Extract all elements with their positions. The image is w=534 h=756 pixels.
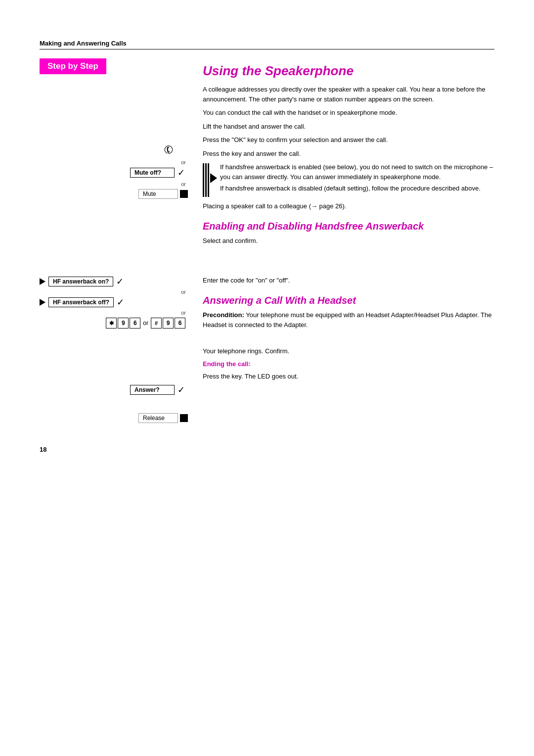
mute-black-square	[180, 190, 188, 198]
right-column: Using the Speakerphone A colleague addre…	[198, 58, 494, 426]
precondition-label: Precondition:	[203, 311, 244, 319]
note-lines-icon	[203, 163, 217, 197]
mute-row: Mute	[40, 189, 188, 199]
section-header: Making and Answering Calls	[40, 40, 494, 49]
handset-icon: ✆	[162, 142, 176, 158]
mute-checkmark: ✓	[178, 167, 185, 178]
spacer-ending	[40, 398, 188, 413]
spacer-note	[40, 202, 188, 261]
hf-off-key[interactable]: HF answerback off?	[48, 297, 114, 307]
step-by-step-badge: Step by Step	[40, 58, 106, 74]
speakerphone-intro2: You can conduct the call with the handse…	[203, 108, 494, 118]
arrow-icon-hf-off	[40, 299, 45, 306]
handsfree-step1: Select and confirm.	[203, 236, 494, 246]
six1-key[interactable]: 6	[130, 318, 140, 329]
note-text1: If handsfree answerback is enabled (see …	[220, 162, 494, 182]
ending-label: Ending the call:	[203, 360, 494, 368]
answer-checkmark: ✓	[178, 384, 185, 395]
headset-precondition: Precondition: Your telephone must be equ…	[203, 310, 494, 330]
hf-off-checkmark: ✓	[117, 297, 124, 308]
spacer-code	[203, 250, 494, 276]
spacer-answer	[203, 333, 494, 346]
speakerphone-intro1: A colleague addresses you directly over …	[203, 85, 494, 104]
speakerphone-step2: Press the "OK" key to confirm your selec…	[203, 135, 494, 145]
note-text2: If handsfree answerback is disabled (def…	[220, 184, 494, 193]
hf-off-row: HF answerback off? ✓	[40, 297, 188, 308]
spacer-title	[40, 74, 188, 143]
mute-key[interactable]: Mute	[138, 189, 178, 199]
release-row: Release	[40, 413, 188, 423]
spacer-hf-title	[40, 261, 188, 276]
hash-key[interactable]: #	[151, 318, 162, 329]
release-key[interactable]: Release	[138, 413, 178, 423]
speakerphone-title: Using the Speakerphone	[203, 63, 494, 79]
speakerphone-note3: Placing a speaker call to a colleague (→…	[203, 201, 494, 211]
answer-row: Answer? ✓	[40, 384, 188, 395]
step-by-step-label: Step by Step	[47, 61, 98, 71]
hf-on-checkmark: ✓	[116, 276, 124, 287]
or-text-3: or	[40, 289, 188, 295]
release-black-square	[180, 414, 188, 422]
note-box: If handsfree answerback is enabled (see …	[203, 162, 494, 197]
note-arrow	[210, 173, 217, 183]
precondition-text: Your telephone must be equipped with an …	[203, 311, 491, 329]
nine1-key[interactable]: 9	[118, 318, 129, 329]
ending-step: Press the key. The LED goes out.	[203, 372, 494, 381]
or-text-4: or	[40, 310, 188, 316]
code-label: Enter the code for "on" or "off".	[203, 276, 494, 285]
or-code: or	[143, 320, 148, 327]
hf-on-row: HF answerback on? ✓	[40, 276, 188, 287]
nine2-key[interactable]: 9	[163, 318, 174, 329]
page: Making and Answering Calls Step by Step …	[0, 0, 534, 483]
or-text-2: or	[40, 181, 188, 187]
spacer-precondition	[40, 360, 188, 384]
main-layout: Step by Step ✆ or Mute off? ✓ or Mute	[40, 58, 494, 426]
star-key[interactable]: ✱	[106, 318, 117, 329]
spacer-headset-title	[40, 332, 188, 360]
answer-step: Your telephone rings. Confirm.	[203, 346, 494, 356]
section-header-text: Making and Answering Calls	[40, 40, 127, 47]
headset-title: Answering a Call With a Headset	[203, 295, 494, 306]
note-text-container: If handsfree answerback is enabled (see …	[220, 162, 494, 197]
left-column: Step by Step ✆ or Mute off? ✓ or Mute	[40, 58, 198, 426]
speakerphone-step1: Lift the handset and answer the call.	[203, 122, 494, 132]
hf-on-key[interactable]: HF answerback on?	[48, 277, 113, 286]
speakerphone-step3: Press the key and answer the call.	[203, 149, 494, 159]
mute-off-row: Mute off? ✓	[40, 167, 188, 178]
or-text-1: or	[40, 159, 188, 165]
handsfree-title: Enabling and Disabling Handsfree Answerb…	[203, 221, 494, 232]
six2-key[interactable]: 6	[175, 318, 185, 329]
handset-row: ✆	[40, 143, 188, 158]
arrow-icon-hf-on	[40, 278, 45, 285]
page-number: 18	[40, 446, 494, 453]
code-keys-row: ✱ 9 6 or # 9 6	[40, 318, 188, 329]
answer-key[interactable]: Answer?	[130, 385, 175, 395]
mute-off-key[interactable]: Mute off?	[130, 168, 175, 178]
